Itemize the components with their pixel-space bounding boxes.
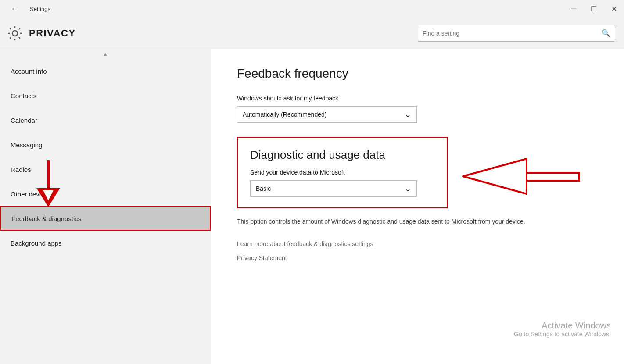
- close-button[interactable]: ✕: [604, 0, 624, 18]
- svg-marker-8: [463, 159, 527, 194]
- feedback-frequency-dropdown[interactable]: Automatically (Recommended) ⌄: [237, 106, 417, 123]
- header-left: PRIVACY: [7, 25, 76, 41]
- search-icon: 🔍: [602, 29, 610, 37]
- header: PRIVACY 🔍: [0, 18, 624, 49]
- titlebar-controls: ─ ☐ ✕: [563, 0, 624, 18]
- sidebar-item-account-info[interactable]: Account info: [0, 59, 211, 83]
- svg-rect-7: [527, 173, 579, 181]
- search-input[interactable]: [423, 30, 602, 37]
- section-title: Feedback frequency: [237, 67, 598, 81]
- back-button[interactable]: ←: [4, 0, 25, 18]
- feedback-label: Windows should ask for my feedback: [237, 95, 598, 102]
- sidebar-item-contacts[interactable]: Contacts: [0, 83, 211, 108]
- feedback-dropdown-value: Automatically (Recommended): [243, 111, 326, 118]
- privacy-gear-icon: [7, 25, 23, 41]
- sidebar-item-background-apps[interactable]: Background apps: [0, 231, 211, 255]
- sidebar-scroll-up[interactable]: ▲: [0, 49, 211, 59]
- sidebar-item-feedback-diagnostics[interactable]: Feedback & diagnostics: [0, 206, 211, 231]
- activate-windows-watermark: Activate Windows Go to Settings to activ…: [514, 321, 611, 338]
- diag-label: Send your device data to Microsoft: [250, 169, 434, 176]
- sidebar-item-radios[interactable]: Radios: [0, 157, 211, 182]
- sidebar-active-wrapper: Feedback & diagnostics: [0, 206, 211, 231]
- chevron-down-icon: ⌄: [405, 110, 411, 119]
- chevron-up-icon: ▲: [103, 51, 108, 57]
- minimize-button[interactable]: ─: [563, 0, 584, 18]
- diag-dropdown-value: Basic: [256, 185, 271, 192]
- activate-windows-subtitle: Go to Settings to activate Windows.: [514, 331, 611, 338]
- titlebar-title: Settings: [30, 6, 50, 12]
- search-box[interactable]: 🔍: [418, 25, 615, 42]
- maximize-button[interactable]: ☐: [584, 0, 604, 18]
- sidebar-item-calendar[interactable]: Calendar: [0, 108, 211, 132]
- titlebar: ← Settings ─ ☐ ✕: [0, 0, 624, 18]
- sidebar: ▲ Account info Contacts Calendar Messagi…: [0, 49, 211, 364]
- diagnostic-box: Diagnostic and usage data Send your devi…: [237, 137, 448, 208]
- chevron-down-icon-diag: ⌄: [405, 184, 411, 193]
- diag-title: Diagnostic and usage data: [250, 148, 434, 162]
- diagnostic-data-dropdown[interactable]: Basic ⌄: [250, 180, 417, 197]
- content-area: Feedback frequency Windows should ask fo…: [211, 49, 624, 364]
- main-layout: ▲ Account info Contacts Calendar Messagi…: [0, 49, 624, 364]
- svg-point-0: [12, 31, 18, 36]
- description-text: This option controls the amount of Windo…: [237, 217, 535, 226]
- feedback-learn-more-link[interactable]: Learn more about feedback & diagnostics …: [237, 240, 598, 247]
- sidebar-item-other-devices[interactable]: Other devices: [0, 182, 211, 206]
- right-arrow-annotation: [456, 150, 588, 203]
- activate-windows-title: Activate Windows: [514, 321, 611, 331]
- sidebar-item-messaging[interactable]: Messaging: [0, 132, 211, 157]
- privacy-statement-link[interactable]: Privacy Statement: [237, 254, 598, 261]
- diag-section-wrapper: Diagnostic and usage data Send your devi…: [237, 137, 448, 217]
- titlebar-left: ← Settings: [4, 0, 50, 18]
- page-title-privacy: PRIVACY: [29, 28, 76, 39]
